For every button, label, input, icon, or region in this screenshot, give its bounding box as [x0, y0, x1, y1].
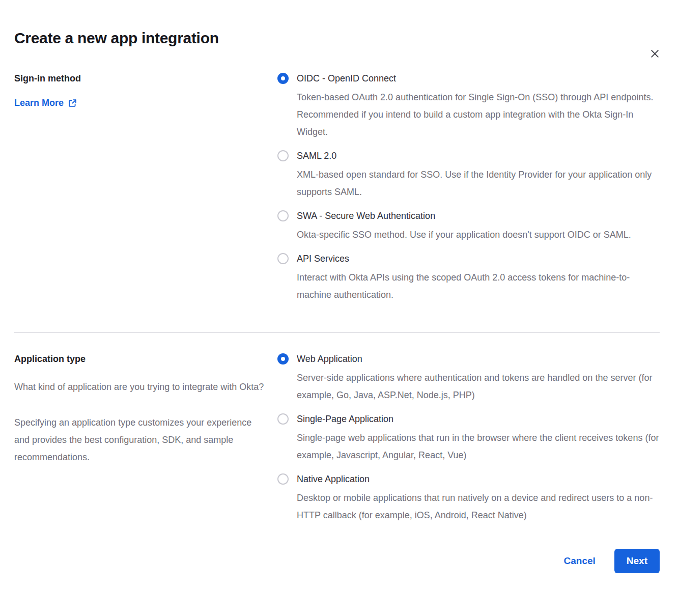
- radio-selected-icon[interactable]: [277, 73, 289, 84]
- option-title: SAML 2.0: [297, 150, 660, 162]
- sign-in-method-options: OIDC - OpenID Connect Token-based OAuth …: [277, 72, 660, 303]
- radio-option-native-application[interactable]: Native Application Desktop or mobile app…: [277, 473, 660, 524]
- option-title: OIDC - OpenID Connect: [297, 72, 660, 85]
- section-application-type: Application type What kind of applicatio…: [14, 353, 660, 524]
- application-type-left-column: Application type What kind of applicatio…: [14, 353, 277, 466]
- option-description: Single-page web applications that run in…: [297, 429, 660, 464]
- application-type-options: Web Application Server-side applications…: [277, 353, 660, 524]
- dialog-title: Create a new app integration: [14, 29, 660, 48]
- application-type-question: What kind of application are you trying …: [14, 378, 277, 396]
- create-app-integration-dialog: Create a new app integration Sign-in met…: [0, 29, 678, 616]
- radio-selected-icon[interactable]: [277, 353, 289, 365]
- section-sign-in-method: Sign-in method Learn More OIDC - OpenID …: [14, 72, 660, 303]
- option-title: Single-Page Application: [297, 413, 660, 425]
- radio-option-single-page-application[interactable]: Single-Page Application Single-page web …: [277, 413, 660, 464]
- option-title: Web Application: [297, 353, 660, 365]
- next-button[interactable]: Next: [614, 549, 660, 573]
- sign-in-method-label: Sign-in method: [14, 72, 277, 85]
- option-title: SWA - Secure Web Authentication: [297, 210, 660, 222]
- close-icon: [649, 48, 660, 59]
- application-type-note: Specifying an application type customize…: [14, 414, 277, 466]
- radio-unselected-icon[interactable]: [277, 150, 289, 161]
- option-title: API Services: [297, 253, 660, 265]
- option-description: Server-side applications where authentic…: [297, 369, 660, 404]
- radio-unselected-icon[interactable]: [277, 473, 289, 485]
- application-type-label: Application type: [14, 353, 277, 365]
- option-description: Desktop or mobile applications that run …: [297, 489, 660, 524]
- radio-unselected-icon[interactable]: [277, 413, 289, 425]
- close-button[interactable]: [648, 47, 661, 60]
- option-description: XML-based open standard for SSO. Use if …: [297, 166, 660, 201]
- radio-option-api-services[interactable]: API Services Interact with Okta APIs usi…: [277, 253, 660, 303]
- cancel-button[interactable]: Cancel: [564, 555, 596, 567]
- radio-option-saml[interactable]: SAML 2.0 XML-based open standard for SSO…: [277, 150, 660, 201]
- section-divider: [14, 332, 660, 333]
- learn-more-link[interactable]: Learn More: [14, 98, 77, 108]
- radio-unselected-icon[interactable]: [277, 210, 289, 221]
- option-description: Okta-specific SSO method. Use if your ap…: [297, 226, 660, 243]
- option-title: Native Application: [297, 473, 660, 485]
- learn-more-label: Learn More: [14, 98, 64, 108]
- option-description: Interact with Okta APIs using the scoped…: [297, 269, 660, 303]
- option-description: Token-based OAuth 2.0 authentication for…: [297, 89, 660, 141]
- radio-option-web-application[interactable]: Web Application Server-side applications…: [277, 353, 660, 404]
- radio-option-swa[interactable]: SWA - Secure Web Authentication Okta-spe…: [277, 210, 660, 243]
- radio-option-oidc[interactable]: OIDC - OpenID Connect Token-based OAuth …: [277, 72, 660, 141]
- external-link-icon: [68, 99, 77, 107]
- dialog-footer: Cancel Next: [14, 549, 660, 573]
- radio-unselected-icon[interactable]: [277, 253, 289, 264]
- sign-in-method-left-column: Sign-in method Learn More: [14, 72, 277, 108]
